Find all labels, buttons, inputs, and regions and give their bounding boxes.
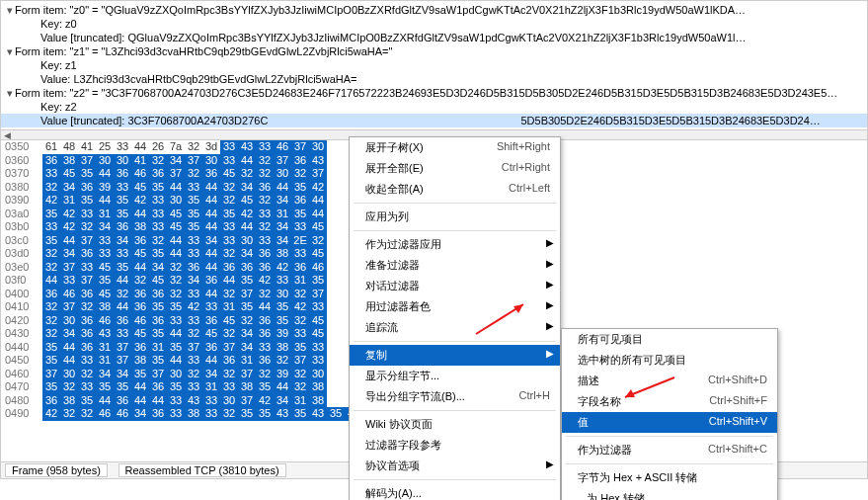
menu-item[interactable]: 选中树的所有可见项目 (562, 350, 777, 371)
hex-byte[interactable]: 34 (185, 274, 202, 288)
hex-byte[interactable]: 33 (167, 394, 185, 408)
expand-icon[interactable]: ▾ (5, 44, 15, 58)
hex-byte[interactable]: 33 (114, 181, 131, 195)
hex-byte[interactable]: 37 (274, 154, 291, 168)
tree-row[interactable]: Value [truncated]: QGluaV9zZXQoImRpc3BsY… (1, 31, 867, 44)
hex-byte[interactable]: 35 (42, 380, 60, 394)
hex-byte[interactable]: 36 (291, 154, 309, 168)
menu-item[interactable]: 导出分组字节流(B)...Ctrl+H (350, 386, 560, 407)
hex-byte[interactable]: 35 (78, 394, 96, 408)
hex-byte[interactable]: 42 (185, 300, 202, 314)
hex-byte[interactable]: 35 (114, 194, 131, 208)
hex-byte[interactable]: 32 (131, 274, 149, 288)
hex-byte[interactable]: 35 (309, 274, 327, 288)
hex-byte[interactable]: 36 (202, 167, 220, 181)
hex-byte[interactable]: 33 (167, 314, 185, 328)
hex-byte[interactable]: 44 (167, 354, 185, 368)
expand-icon[interactable]: ▾ (5, 3, 15, 17)
hex-byte[interactable]: 34 (202, 368, 220, 381)
hex-byte[interactable]: 45 (309, 314, 327, 328)
hex-byte[interactable]: 36 (202, 341, 220, 355)
hex-byte[interactable]: 35 (238, 274, 256, 288)
hex-byte[interactable]: 33 (185, 181, 202, 195)
menu-item[interactable]: 收起全部(A)Ctrl+Left (350, 179, 560, 200)
hex-byte[interactable]: 35 (114, 380, 131, 394)
hex-byte[interactable]: 34 (149, 261, 167, 275)
hex-byte[interactable]: 32 (185, 327, 202, 341)
hex-byte[interactable]: 33 (42, 220, 60, 234)
hex-byte[interactable]: 42 (238, 208, 256, 221)
hex-byte[interactable]: 32 (42, 314, 60, 328)
hex-byte[interactable]: 33 (220, 140, 238, 154)
hex-byte[interactable]: 38 (60, 394, 78, 408)
hex-byte[interactable]: 32 (256, 288, 274, 301)
context-menu[interactable]: 展开子树(X)Shift+Right展开全部(E)Ctrl+Right收起全部(… (349, 136, 561, 500)
tree-row[interactable]: Value: L3Zhci93d3cvaHRtbC9qb29tbGEvdGlwL… (1, 72, 867, 86)
hex-byte[interactable]: 31 (96, 341, 114, 355)
hex-byte[interactable]: 43 (274, 407, 291, 421)
hex-byte[interactable]: 33 (220, 154, 238, 168)
hex-byte[interactable]: 35 (167, 300, 185, 314)
hex-byte[interactable]: 33 (96, 247, 114, 261)
menu-item[interactable]: 追踪流▶ (350, 317, 560, 338)
hex-byte[interactable]: 41 (78, 140, 96, 154)
hex-byte[interactable]: 33 (291, 220, 309, 234)
hex-byte[interactable]: 37 (60, 300, 78, 314)
hex-byte[interactable]: 35 (42, 354, 60, 368)
menu-item[interactable]: 值Ctrl+Shift+V (562, 412, 777, 433)
hex-byte[interactable]: 36 (220, 261, 238, 275)
hex-byte[interactable]: 46 (114, 407, 131, 421)
hex-byte[interactable]: 44 (309, 208, 327, 221)
hex-byte[interactable]: 32 (42, 327, 60, 341)
hex-byte[interactable]: 36 (114, 314, 131, 328)
hex-byte[interactable]: 42 (256, 394, 274, 408)
hex-byte[interactable]: 36 (42, 394, 60, 408)
hex-byte[interactable]: 33 (256, 234, 274, 248)
hex-byte[interactable]: 35 (114, 261, 131, 275)
hex-byte[interactable]: 31 (96, 354, 114, 368)
hex-byte[interactable]: 30 (309, 368, 327, 381)
hex-byte[interactable]: 37 (309, 288, 327, 301)
hex-byte[interactable]: 42 (309, 181, 327, 195)
hex-byte[interactable]: 35 (256, 380, 274, 394)
hex-byte[interactable]: 31 (291, 274, 309, 288)
hex-byte[interactable]: 36 (256, 261, 274, 275)
hex-byte[interactable]: 42 (60, 208, 78, 221)
hex-byte[interactable]: 46 (96, 314, 114, 328)
menu-item[interactable]: 作为过滤器Ctrl+Shift+C (562, 440, 777, 460)
hex-byte[interactable]: 35 (238, 300, 256, 314)
hex-byte[interactable]: 36 (131, 234, 149, 248)
hex-byte[interactable]: 35 (220, 208, 238, 221)
scroll-left-icon[interactable]: ◀ (1, 130, 13, 140)
hex-byte[interactable]: 33 (60, 274, 78, 288)
hex-byte[interactable]: 33 (291, 247, 309, 261)
hex-byte[interactable]: 34 (60, 327, 78, 341)
hex-byte[interactable]: 30 (274, 288, 291, 301)
hex-byte[interactable]: 36 (114, 167, 131, 181)
hex-byte[interactable]: 33 (114, 327, 131, 341)
hex-byte[interactable]: 32 (149, 234, 167, 248)
hex-byte[interactable]: 39 (274, 327, 291, 341)
hex-byte[interactable]: 44 (60, 341, 78, 355)
hex-byte[interactable]: 35 (274, 314, 291, 328)
hex-byte[interactable]: 32 (167, 261, 185, 275)
hex-byte[interactable]: 34 (167, 154, 185, 168)
hex-byte[interactable]: 36 (78, 288, 96, 301)
tree-row[interactable]: Key: z2 (1, 100, 867, 114)
hex-byte[interactable]: 35 (42, 208, 60, 221)
hex-byte[interactable]: 43 (309, 154, 327, 168)
hex-byte[interactable]: 31 (274, 208, 291, 221)
hex-byte[interactable]: 37 (291, 140, 309, 154)
hex-byte[interactable]: 33 (42, 167, 60, 181)
hex-byte[interactable]: 33 (185, 354, 202, 368)
hex-byte[interactable]: 36 (114, 394, 131, 408)
hex-byte[interactable]: 34 (238, 181, 256, 195)
hex-byte[interactable]: 45 (220, 167, 238, 181)
hex-byte[interactable]: 33 (185, 234, 202, 248)
hex-byte[interactable]: 44 (167, 234, 185, 248)
hex-byte[interactable]: 36 (42, 154, 60, 168)
hex-byte[interactable]: 30 (202, 154, 220, 168)
hex-byte[interactable]: 35 (274, 300, 291, 314)
hex-byte[interactable]: 36 (256, 247, 274, 261)
hex-byte[interactable]: 35 (291, 407, 309, 421)
